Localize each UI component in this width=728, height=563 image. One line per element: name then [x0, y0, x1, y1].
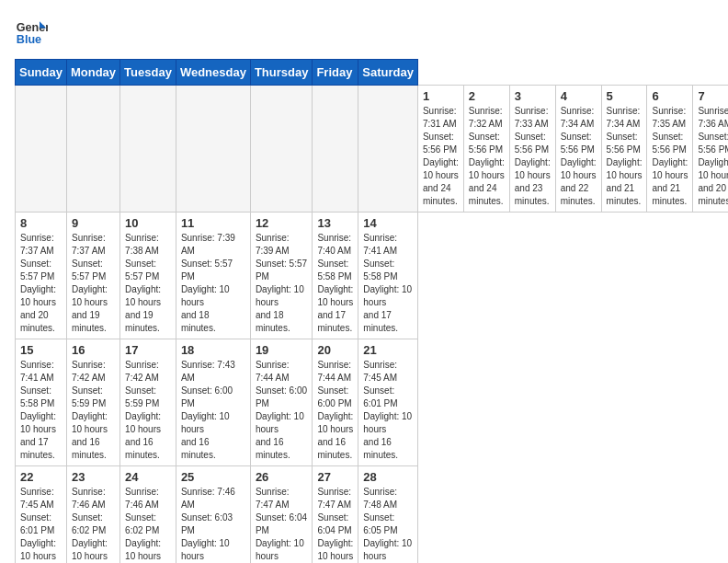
- day-info: Sunrise: 7:35 AMSunset: 5:56 PMDaylight:…: [652, 105, 688, 208]
- calendar-cell: [120, 86, 176, 213]
- day-number: 28: [363, 470, 413, 484]
- day-number: 20: [317, 343, 353, 357]
- calendar-cell: 25Sunrise: 7:46 AMSunset: 6:03 PMDayligh…: [176, 466, 250, 564]
- calendar-table: SundayMondayTuesdayWednesdayThursdayFrid…: [15, 59, 728, 563]
- day-info: Sunrise: 7:44 AMSunset: 6:00 PMDaylight:…: [256, 359, 308, 462]
- day-info: Sunrise: 7:41 AMSunset: 5:58 PMDaylight:…: [20, 359, 62, 462]
- calendar-cell: [358, 86, 418, 213]
- day-number: 24: [125, 470, 171, 484]
- day-number: 15: [20, 343, 62, 357]
- day-number: 22: [20, 470, 62, 484]
- day-number: 19: [256, 343, 308, 357]
- day-number: 11: [181, 216, 245, 230]
- day-info: Sunrise: 7:37 AMSunset: 5:57 PMDaylight:…: [20, 232, 62, 335]
- svg-text:Blue: Blue: [17, 33, 41, 46]
- week-row-1: 1Sunrise: 7:31 AMSunset: 5:56 PMDaylight…: [16, 86, 729, 213]
- col-header-wednesday: Wednesday: [176, 60, 250, 86]
- day-number: 25: [181, 470, 245, 484]
- calendar-cell: 7Sunrise: 7:36 AMSunset: 5:56 PMDaylight…: [693, 86, 728, 213]
- col-header-friday: Friday: [313, 60, 358, 86]
- calendar-cell: 17Sunrise: 7:42 AMSunset: 5:59 PMDayligh…: [120, 339, 176, 466]
- week-row-4: 22Sunrise: 7:45 AMSunset: 6:01 PMDayligh…: [16, 466, 729, 564]
- calendar-cell: [250, 86, 313, 213]
- day-info: Sunrise: 7:45 AMSunset: 6:01 PMDaylight:…: [20, 486, 62, 563]
- calendar-cell: 11Sunrise: 7:39 AMSunset: 5:57 PMDayligh…: [176, 213, 250, 339]
- calendar-cell: 27Sunrise: 7:47 AMSunset: 6:04 PMDayligh…: [313, 466, 358, 564]
- calendar-cell: 28Sunrise: 7:48 AMSunset: 6:05 PMDayligh…: [358, 466, 418, 564]
- day-info: Sunrise: 7:39 AMSunset: 5:57 PMDaylight:…: [256, 232, 308, 335]
- day-number: 1: [423, 89, 459, 103]
- calendar-cell: 22Sunrise: 7:45 AMSunset: 6:01 PMDayligh…: [16, 466, 67, 564]
- calendar-cell: [16, 86, 67, 213]
- day-number: 6: [652, 89, 688, 103]
- day-info: Sunrise: 7:32 AMSunset: 5:56 PMDaylight:…: [469, 105, 505, 208]
- day-info: Sunrise: 7:34 AMSunset: 5:56 PMDaylight:…: [561, 105, 597, 208]
- day-info: Sunrise: 7:47 AMSunset: 6:04 PMDaylight:…: [317, 486, 353, 563]
- day-info: Sunrise: 7:37 AMSunset: 5:57 PMDaylight:…: [72, 232, 115, 335]
- day-number: 26: [256, 470, 308, 484]
- calendar-cell: 1Sunrise: 7:31 AMSunset: 5:56 PMDaylight…: [417, 86, 463, 213]
- calendar-cell: 12Sunrise: 7:39 AMSunset: 5:57 PMDayligh…: [250, 213, 313, 339]
- day-info: Sunrise: 7:40 AMSunset: 5:58 PMDaylight:…: [317, 232, 353, 335]
- day-number: 10: [125, 216, 171, 230]
- calendar-cell: 26Sunrise: 7:47 AMSunset: 6:04 PMDayligh…: [250, 466, 313, 564]
- calendar-cell: 9Sunrise: 7:37 AMSunset: 5:57 PMDaylight…: [66, 213, 119, 339]
- day-info: Sunrise: 7:36 AMSunset: 5:56 PMDaylight:…: [698, 105, 728, 208]
- day-info: Sunrise: 7:44 AMSunset: 6:00 PMDaylight:…: [317, 359, 353, 462]
- day-number: 7: [698, 89, 728, 103]
- day-number: 16: [72, 343, 115, 357]
- day-number: 17: [125, 343, 171, 357]
- day-info: Sunrise: 7:46 AMSunset: 6:03 PMDaylight:…: [181, 486, 245, 563]
- calendar-cell: 6Sunrise: 7:35 AMSunset: 5:56 PMDaylight…: [647, 86, 693, 213]
- day-info: Sunrise: 7:42 AMSunset: 5:59 PMDaylight:…: [125, 359, 171, 462]
- calendar-cell: 20Sunrise: 7:44 AMSunset: 6:00 PMDayligh…: [313, 339, 358, 466]
- col-header-monday: Monday: [66, 60, 119, 86]
- day-info: Sunrise: 7:41 AMSunset: 5:58 PMDaylight:…: [363, 232, 413, 335]
- day-info: Sunrise: 7:34 AMSunset: 5:56 PMDaylight:…: [607, 105, 643, 208]
- calendar-cell: 18Sunrise: 7:43 AMSunset: 6:00 PMDayligh…: [176, 339, 250, 466]
- col-header-tuesday: Tuesday: [120, 60, 176, 86]
- day-info: Sunrise: 7:47 AMSunset: 6:04 PMDaylight:…: [256, 486, 308, 563]
- calendar-cell: 19Sunrise: 7:44 AMSunset: 6:00 PMDayligh…: [250, 339, 313, 466]
- calendar-cell: 23Sunrise: 7:46 AMSunset: 6:02 PMDayligh…: [66, 466, 119, 564]
- day-number: 9: [72, 216, 115, 230]
- col-header-saturday: Saturday: [358, 60, 418, 86]
- day-number: 8: [20, 216, 62, 230]
- calendar-cell: 3Sunrise: 7:33 AMSunset: 5:56 PMDaylight…: [509, 86, 555, 213]
- day-number: 14: [363, 216, 413, 230]
- calendar-cell: 4Sunrise: 7:34 AMSunset: 5:56 PMDaylight…: [555, 86, 601, 213]
- day-number: 2: [469, 89, 505, 103]
- calendar-cell: 10Sunrise: 7:38 AMSunset: 5:57 PMDayligh…: [120, 213, 176, 339]
- col-header-thursday: Thursday: [250, 60, 313, 86]
- day-number: 27: [317, 470, 353, 484]
- page-header: General Blue: [15, 15, 713, 48]
- calendar-cell: [176, 86, 250, 213]
- day-info: Sunrise: 7:46 AMSunset: 6:02 PMDaylight:…: [72, 486, 115, 563]
- col-header-sunday: Sunday: [16, 60, 67, 86]
- calendar-cell: 24Sunrise: 7:46 AMSunset: 6:02 PMDayligh…: [120, 466, 176, 564]
- day-info: Sunrise: 7:46 AMSunset: 6:02 PMDaylight:…: [125, 486, 171, 563]
- calendar-cell: 16Sunrise: 7:42 AMSunset: 5:59 PMDayligh…: [66, 339, 119, 466]
- day-info: Sunrise: 7:33 AMSunset: 5:56 PMDaylight:…: [515, 105, 551, 208]
- day-number: 23: [72, 470, 115, 484]
- calendar-cell: 15Sunrise: 7:41 AMSunset: 5:58 PMDayligh…: [16, 339, 67, 466]
- day-number: 18: [181, 343, 245, 357]
- day-number: 13: [317, 216, 353, 230]
- day-info: Sunrise: 7:31 AMSunset: 5:56 PMDaylight:…: [423, 105, 459, 208]
- week-row-3: 15Sunrise: 7:41 AMSunset: 5:58 PMDayligh…: [16, 339, 729, 466]
- day-info: Sunrise: 7:39 AMSunset: 5:57 PMDaylight:…: [181, 232, 245, 335]
- day-number: 3: [515, 89, 551, 103]
- calendar-cell: [313, 86, 358, 213]
- day-number: 4: [561, 89, 597, 103]
- day-info: Sunrise: 7:42 AMSunset: 5:59 PMDaylight:…: [72, 359, 115, 462]
- calendar-cell: 14Sunrise: 7:41 AMSunset: 5:58 PMDayligh…: [358, 213, 418, 339]
- calendar-cell: 5Sunrise: 7:34 AMSunset: 5:56 PMDaylight…: [601, 86, 647, 213]
- calendar-cell: 21Sunrise: 7:45 AMSunset: 6:01 PMDayligh…: [358, 339, 418, 466]
- day-number: 12: [256, 216, 308, 230]
- day-number: 5: [607, 89, 643, 103]
- calendar-cell: 2Sunrise: 7:32 AMSunset: 5:56 PMDaylight…: [463, 86, 509, 213]
- calendar-cell: 8Sunrise: 7:37 AMSunset: 5:57 PMDaylight…: [16, 213, 67, 339]
- day-number: 21: [363, 343, 413, 357]
- calendar-cell: 13Sunrise: 7:40 AMSunset: 5:58 PMDayligh…: [313, 213, 358, 339]
- day-info: Sunrise: 7:43 AMSunset: 6:00 PMDaylight:…: [181, 359, 245, 462]
